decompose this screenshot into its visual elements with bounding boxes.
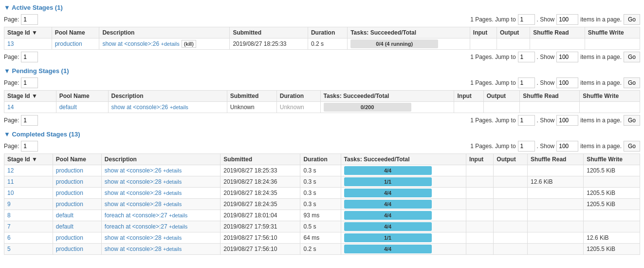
pending-stages-table: Stage Id ▼ Pool Name Description Submitt… [4,90,640,113]
description-link[interactable]: show at <console>:28 [105,246,162,252]
description-link[interactable]: show at <console>:28 [105,201,162,208]
description-link[interactable]: show at <console>:28 [105,190,162,196]
pool-name-link[interactable]: production [56,201,83,208]
pending-col-description[interactable]: Description [108,91,227,102]
details-link[interactable]: +details [163,246,182,252]
details-link[interactable]: +details [163,201,182,207]
stage-id-link[interactable]: 14 [7,104,14,111]
pool-name-link[interactable]: production [56,190,83,196]
active-stages-jump-input[interactable] [518,14,535,25]
completed-col-description[interactable]: Description [101,154,220,165]
active-stages-bottom-show-input[interactable] [556,52,578,62]
col-description[interactable]: Description [99,27,230,38]
pending-col-duration[interactable]: Duration [276,91,320,102]
shuffle-read-cell [528,199,584,210]
stage-id-link[interactable]: 7 [7,223,11,230]
col-duration[interactable]: Duration [308,27,347,38]
details-link[interactable]: +details [170,104,188,110]
completed-col-input[interactable]: Input [466,154,493,165]
progress-bar-text: 4/4 [384,201,391,207]
completed-page-input[interactable] [21,141,38,152]
completed-col-pool-name[interactable]: Pool Name [53,154,101,165]
stage-id-link[interactable]: 5 [7,246,11,252]
pending-col-output[interactable]: Output [483,91,520,102]
completed-col-duration[interactable]: Duration [300,154,341,165]
active-stages-show-input[interactable] [556,14,578,25]
pending-bottom-page-input[interactable] [21,115,38,126]
kill-button[interactable]: (kill) [182,40,196,48]
details-link[interactable]: +details [169,224,187,230]
completed-jump-input[interactable] [518,141,535,152]
col-shuffle-write[interactable]: Shuffle Write [585,27,640,38]
col-shuffle-read[interactable]: Shuffle Read [530,27,585,38]
active-stages-header[interactable]: ▼ Active Stages (1) [4,4,640,11]
stage-id-link[interactable]: 9 [7,201,11,208]
details-link[interactable]: +details [161,41,180,47]
description-link[interactable]: show at <console>:26 [102,40,159,47]
active-stages-page-input[interactable] [21,14,38,25]
col-input[interactable]: Input [470,27,497,38]
col-tasks[interactable]: Tasks: Succeeded/Total [348,27,470,38]
pool-name-link[interactable]: default [59,104,77,111]
col-output[interactable]: Output [497,27,530,38]
pool-name-link[interactable]: default [56,223,74,230]
completed-col-tasks[interactable]: Tasks: Succeeded/Total [341,154,466,165]
pending-col-submitted[interactable]: Submitted [227,91,276,102]
details-link[interactable]: +details [163,190,182,196]
completed-stages-page-left: Page: [4,141,38,152]
details-link[interactable]: +details [163,168,182,173]
pending-go-button[interactable]: Go [624,77,640,88]
col-stage-id[interactable]: Stage Id ▼ [4,27,52,38]
completed-show-input[interactable] [556,141,578,152]
stage-id-link[interactable]: 13 [7,40,14,47]
pending-col-tasks[interactable]: Tasks: Succeeded/Total [320,91,454,102]
completed-col-stage-id[interactable]: Stage Id ▼ [4,154,53,165]
stage-id-link[interactable]: 6 [7,234,11,241]
details-link[interactable]: +details [163,235,182,241]
pending-col-input[interactable]: Input [454,91,483,102]
stage-id-link[interactable]: 11 [7,178,14,185]
pending-bottom-show-input[interactable] [556,115,578,126]
active-stages-bottom-go-button[interactable]: Go [624,52,640,62]
stage-id-link[interactable]: 8 [7,212,11,219]
pool-name-link[interactable]: production [56,234,83,241]
pool-name-link[interactable]: default [56,212,74,219]
completed-stages-header[interactable]: ▼ Completed Stages (13) [4,131,640,138]
details-link[interactable]: +details [163,179,182,185]
pool-name-link[interactable]: production [56,178,83,185]
pool-name-link[interactable]: production [56,167,83,174]
active-stages-bottom-page-input[interactable] [21,52,38,62]
description-link[interactable]: show at <console>:28 [105,178,162,185]
col-submitted[interactable]: Submitted [230,27,308,38]
description-link[interactable]: foreach at <console>:27 [105,223,167,230]
description-link[interactable]: show at <console>:28 [105,234,162,241]
completed-col-shuffle-read[interactable]: Shuffle Read [528,154,584,165]
pending-show-input[interactable] [556,77,578,88]
description-link[interactable]: show at <console>:26 [111,104,168,111]
completed-col-output[interactable]: Output [494,154,528,165]
pending-page-input[interactable] [21,77,38,88]
pending-col-pool-name[interactable]: Pool Name [56,91,108,102]
col-pool-name[interactable]: Pool Name [52,27,99,38]
stage-id-link[interactable]: 12 [7,167,14,174]
completed-go-button[interactable]: Go [624,141,640,152]
pending-bottom-go-button[interactable]: Go [624,115,640,126]
pending-stages-header[interactable]: ▼ Pending Stages (1) [4,67,640,75]
pending-col-shuffle-write[interactable]: Shuffle Write [580,91,640,102]
pool-name-link[interactable]: production [55,40,82,47]
active-stages-go-button[interactable]: Go [624,14,640,25]
completed-col-shuffle-write[interactable]: Shuffle Write [584,154,640,165]
completed-col-submitted[interactable]: Submitted [221,154,300,165]
pending-bottom-jump-input[interactable] [518,115,535,126]
table-row: 5productionshow at <console>:28 +details… [4,244,640,255]
pending-jump-input[interactable] [518,77,535,88]
description-link[interactable]: show at <console>:26 [105,167,162,174]
active-stages-bottom-jump-input[interactable] [518,52,535,62]
pool-name-link[interactable]: production [56,246,83,252]
pending-col-shuffle-read[interactable]: Shuffle Read [520,91,580,102]
pending-col-stage-id[interactable]: Stage Id ▼ [4,91,56,102]
stage-id-link[interactable]: 10 [7,190,14,196]
details-link[interactable]: +details [169,212,187,218]
stage-id-cell: 9 [4,199,53,210]
description-link[interactable]: foreach at <console>:27 [105,212,167,219]
